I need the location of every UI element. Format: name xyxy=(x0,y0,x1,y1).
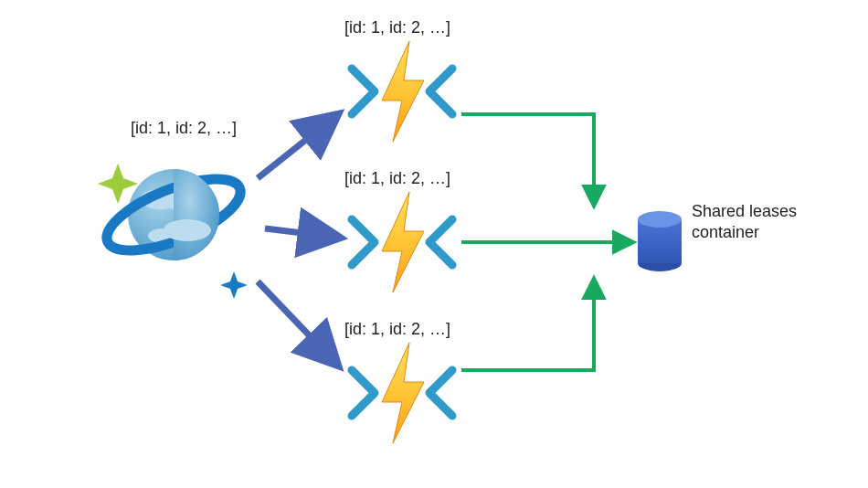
azure-function-icon xyxy=(352,41,452,142)
diagram-canvas xyxy=(0,0,868,488)
svg-point-10 xyxy=(638,211,682,228)
sparkle-icon xyxy=(98,164,138,204)
svg-point-6 xyxy=(98,164,249,265)
cosmos-db-icon xyxy=(98,164,249,299)
database-icon xyxy=(638,211,682,271)
database-label: Shared leases container xyxy=(692,201,868,242)
arrow-blue xyxy=(265,228,340,238)
svg-point-2 xyxy=(140,189,180,209)
svg-point-3 xyxy=(166,195,199,211)
source-label: [id: 1, id: 2, …] xyxy=(131,119,237,138)
sparkle-icon xyxy=(220,271,248,299)
svg-point-4 xyxy=(164,219,211,241)
azure-function-icon xyxy=(352,192,452,292)
arrow-blue xyxy=(258,281,338,366)
svg-point-5 xyxy=(148,228,177,243)
arrow-blue xyxy=(258,114,338,178)
arrow-green xyxy=(461,279,594,370)
svg-point-8 xyxy=(638,255,682,271)
function-3-label: [id: 1, id: 2, …] xyxy=(344,320,450,339)
svg-rect-9 xyxy=(638,219,682,263)
lease-arrows xyxy=(461,114,633,370)
svg-point-1 xyxy=(128,169,219,260)
svg-point-7 xyxy=(164,219,211,241)
function-1-label: [id: 1, id: 2, …] xyxy=(344,18,450,37)
azure-function-icon xyxy=(352,343,452,443)
change-feed-arrows xyxy=(258,114,340,366)
arrow-green xyxy=(461,114,594,206)
function-2-label: [id: 1, id: 2, …] xyxy=(344,169,450,188)
